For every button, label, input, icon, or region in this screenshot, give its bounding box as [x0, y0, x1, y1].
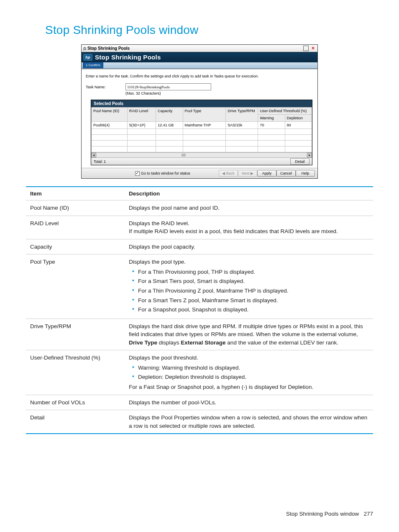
item-cell: Number of Pool VOLs [26, 395, 125, 410]
dialog-header: hp Stop Shrinking Pools [82, 52, 317, 62]
dialog-screenshot: Stop Shrinking Pools × hp Stop Shrinking… [81, 44, 318, 179]
dialog-titlebar-text: Stop Shrinking Pools [87, 46, 130, 51]
list-item: For a Thin Provisioning pool, THP is dis… [132, 268, 369, 276]
header-description: Description [125, 187, 373, 200]
col-pool-type: Pool Type [183, 108, 226, 122]
go-to-tasks-checkbox[interactable]: Go to tasks window for status [135, 171, 190, 176]
task-name-label: Task Name: [86, 85, 125, 89]
dialog-footer: Go to tasks window for status ◀ Back Nex… [82, 168, 317, 178]
table-row: RAID Level Displays the RAID level. If m… [26, 216, 373, 239]
list-item: Depletion: Depletion threshold is displa… [132, 373, 369, 381]
cell: SAS/15k [226, 122, 258, 129]
dialog-step-bar: 1.Confirm [82, 62, 317, 69]
item-cell: Capacity [26, 239, 125, 254]
apply-button[interactable]: Apply [257, 170, 276, 177]
cell: Mainframe THP [183, 122, 226, 129]
col-capacity: Capacity [156, 108, 183, 122]
cell: 5(3D+1P) [127, 122, 156, 129]
col-udt-group: User-Defined Threshold (%) [258, 108, 312, 115]
checkbox-label: Go to tasks window for status [141, 171, 190, 175]
list-item: For a Smart Tiers Z pool, Mainframe Smar… [132, 296, 369, 305]
step-tab-confirm[interactable]: 1.Confirm [83, 62, 103, 68]
col-drive: Drive Type/RPM [226, 108, 258, 122]
desc-cell: Displays the Pool Properties window when… [125, 410, 373, 434]
description-table: Item Description Pool Name (ID) Displays… [26, 186, 373, 434]
desc-cell: Displays the pool threshold. Warning: Wa… [125, 350, 373, 395]
task-name-input[interactable] [125, 83, 211, 90]
back-button: ◀ Back [219, 170, 238, 177]
dialog-instruction: Enter a name for the task. Confirm the s… [86, 74, 313, 78]
page-number: 277 [363, 511, 373, 517]
selected-pools-grid: Selected Pools Pool Name (ID) RAID Level… [91, 100, 312, 165]
cancel-button[interactable]: Cancel [276, 170, 296, 177]
col-raid: RAID Level [127, 108, 156, 122]
grid-title: Selected Pools [91, 100, 312, 107]
desc-cell: Displays the pool name and pool ID. [125, 200, 373, 216]
dialog-titlebar: Stop Shrinking Pools × [82, 45, 317, 52]
cell: 70 [258, 122, 285, 129]
page-footer: Stop Shrinking Pools window 277 [286, 511, 373, 517]
list-item: For a Snapshot pool, Snapshot is display… [132, 306, 369, 314]
item-cell: User-Defined Threshold (%) [26, 350, 125, 395]
table-row [92, 129, 312, 135]
col-pool-name: Pool Name (ID) [92, 108, 128, 122]
cell: 80 [285, 122, 312, 129]
item-cell: Pool Type [26, 254, 125, 319]
item-cell: Detail [26, 410, 125, 434]
desc-cell: Displays the number of pool-VOLs. [125, 395, 373, 410]
cell: 12.41 GB [156, 122, 183, 129]
list-item: For a Smart Tiers pool, Smart is display… [132, 277, 369, 285]
scroll-right-icon[interactable]: ▸ [307, 153, 312, 157]
checkbox-icon[interactable] [135, 171, 140, 176]
list-item: Warning: Warning threshold is displayed. [132, 364, 369, 372]
scroll-left-icon[interactable]: ◂ [91, 153, 96, 157]
dialog-header-text: Stop Shrinking Pools [95, 52, 161, 62]
desc-cell: Displays the hard disk drive type and RP… [125, 319, 373, 350]
detail-button[interactable]: Detail [290, 158, 309, 165]
header-item: Item [26, 187, 125, 200]
table-row: Drive Type/RPM Displays the hard disk dr… [26, 319, 373, 350]
maximize-icon[interactable] [303, 46, 309, 51]
desc-cell: Displays the RAID level. If multiple RAI… [125, 216, 373, 239]
table-row [92, 141, 312, 146]
scroll-thumb[interactable] [182, 154, 186, 157]
hp-logo-icon: hp [83, 54, 92, 61]
table-row: Detail Displays the Pool Properties wind… [26, 410, 373, 434]
page-heading: Stop Shrinking Pools window [45, 23, 373, 37]
grid-total: Total: 1 [94, 159, 106, 164]
table-row [92, 135, 312, 141]
table-row[interactable]: Pool06(4) 5(3D+1P) 12.41 GB Mainframe TH… [92, 122, 312, 129]
table-row: Pool Name (ID) Displays the pool name an… [26, 200, 373, 216]
col-depletion: Depletion [285, 115, 312, 122]
table-row [92, 146, 312, 152]
desc-cell: Displays the pool capacity. [125, 239, 373, 254]
table-row: Capacity Displays the pool capacity. [26, 239, 373, 254]
item-cell: Pool Name (ID) [26, 200, 125, 216]
list-item: For a Thin Provisioning Z pool, Mainfram… [132, 287, 369, 295]
help-button[interactable]: Help [296, 170, 315, 177]
next-button: Next ▶ [238, 170, 257, 177]
col-warning: Warning [258, 115, 285, 122]
desc-cell: Displays the pool type. For a Thin Provi… [125, 254, 373, 319]
collapse-icon[interactable] [82, 46, 87, 51]
close-icon[interactable]: × [310, 46, 316, 51]
cell: Pool06(4) [92, 122, 128, 129]
horizontal-scrollbar[interactable]: ◂ ▸ [91, 152, 312, 157]
task-name-hint: (Max. 32 Characters) [125, 91, 313, 95]
table-row: User-Defined Threshold (%) Displays the … [26, 350, 373, 395]
table-row: Pool Type Displays the pool type. For a … [26, 254, 373, 319]
footer-title: Stop Shrinking Pools window [286, 511, 359, 517]
item-cell: RAID Level [26, 216, 125, 239]
table-row: Number of Pool VOLs Displays the number … [26, 395, 373, 410]
item-cell: Drive Type/RPM [26, 319, 125, 350]
